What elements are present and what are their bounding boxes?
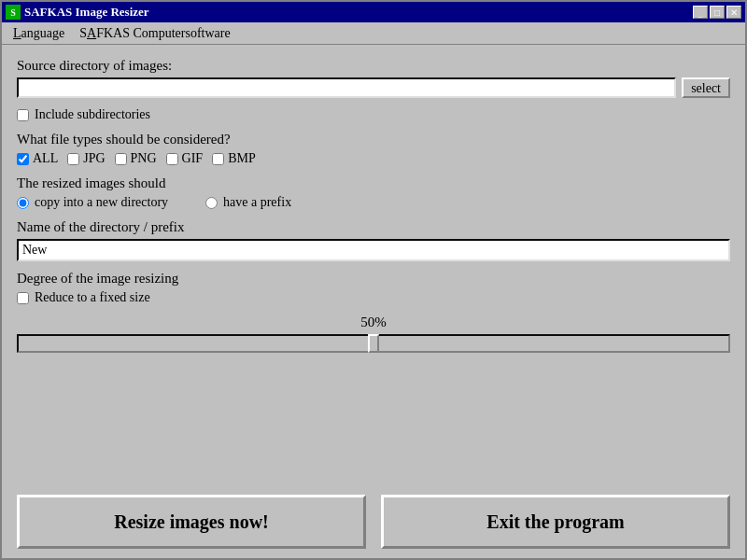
source-dir-input[interactable] (17, 77, 676, 98)
radio-prefix-label: have a prefix (223, 195, 291, 210)
radio-copy-input[interactable] (17, 197, 29, 209)
dir-prefix-input[interactable] (17, 239, 730, 261)
fixed-size-label: Reduce to a fixed size (35, 290, 150, 305)
bottom-buttons: Resize images now! Exit the program (2, 485, 745, 558)
main-window: S SAFKAS Image Resizer _ □ ✕ Language SA… (0, 0, 747, 560)
menu-language[interactable]: Language (6, 24, 72, 43)
maximize-button[interactable]: □ (710, 6, 725, 19)
minimize-button[interactable]: _ (693, 6, 708, 19)
exit-button[interactable]: Exit the program (381, 495, 730, 549)
source-dir-row: select (17, 77, 730, 98)
filetype-bmp-label: BMP (228, 151, 256, 166)
radio-prefix-input[interactable] (205, 197, 218, 209)
filetype-gif: GIF (166, 151, 204, 166)
include-subdirs-row: Include subdirectories (17, 107, 730, 122)
include-subdirs-label: Include subdirectories (35, 107, 150, 122)
resize-degree-label: Degree of the image resizing (17, 271, 730, 287)
app-icon: S (6, 5, 21, 20)
resize-button[interactable]: Resize images now! (17, 495, 366, 549)
filetype-gif-checkbox[interactable] (166, 153, 178, 165)
filetype-jpg: JPG (67, 151, 105, 166)
fixed-size-checkbox[interactable] (17, 292, 29, 304)
select-button[interactable]: select (682, 77, 730, 98)
resize-degree-section: Degree of the image resizing Reduce to a… (17, 271, 730, 305)
filetypes-section: What file types should be considered? AL… (17, 132, 730, 166)
filetype-jpg-checkbox[interactable] (67, 153, 79, 165)
filetype-all: ALL (17, 151, 58, 166)
include-subdirs-checkbox[interactable] (17, 109, 29, 121)
filetype-png-checkbox[interactable] (115, 153, 127, 165)
radio-copy-label: copy into a new directory (35, 195, 168, 210)
radio-prefix: have a prefix (205, 195, 291, 210)
radio-copy: copy into a new directory (17, 195, 168, 210)
filetype-png: PNG (115, 151, 157, 166)
slider-percent-label: 50% (360, 315, 387, 330)
title-bar-buttons: _ □ ✕ (693, 6, 741, 19)
menu-bar: Language SAFKAS Computersoftware (2, 22, 745, 45)
dir-prefix-section: Name of the directory / prefix (17, 219, 730, 261)
filetype-png-label: PNG (131, 151, 157, 166)
window-title: SAFKAS Image Resizer (24, 5, 149, 20)
resize-dest-label: The resized images should (17, 175, 730, 191)
filetype-all-checkbox[interactable] (17, 153, 29, 165)
main-content: Source directory of images: select Inclu… (2, 45, 745, 485)
filetype-bmp: BMP (212, 151, 256, 166)
slider-container (17, 334, 730, 357)
resize-dest-radio-row: copy into a new directory have a prefix (17, 195, 730, 210)
title-bar: S SAFKAS Image Resizer _ □ ✕ (2, 2, 745, 22)
filetype-gif-label: GIF (182, 151, 204, 166)
filetype-jpg-label: JPG (83, 151, 105, 166)
source-dir-label: Source directory of images: (17, 58, 730, 74)
filetypes-label: What file types should be considered? (17, 132, 730, 147)
filetypes-row: ALL JPG PNG GIF BMP (17, 151, 730, 166)
menu-safkas[interactable]: SAFKAS Computersoftware (72, 24, 237, 43)
fixed-size-row: Reduce to a fixed size (17, 290, 730, 305)
close-button[interactable]: ✕ (726, 6, 741, 19)
resize-slider[interactable] (17, 334, 730, 353)
resize-dest-section: The resized images should copy into a ne… (17, 175, 730, 210)
slider-section: 50% (17, 315, 730, 357)
source-dir-section: Source directory of images: select (17, 58, 730, 98)
filetype-bmp-checkbox[interactable] (212, 153, 224, 165)
dir-prefix-label: Name of the directory / prefix (17, 219, 730, 235)
filetype-all-label: ALL (33, 151, 58, 166)
title-bar-left: S SAFKAS Image Resizer (6, 5, 149, 20)
